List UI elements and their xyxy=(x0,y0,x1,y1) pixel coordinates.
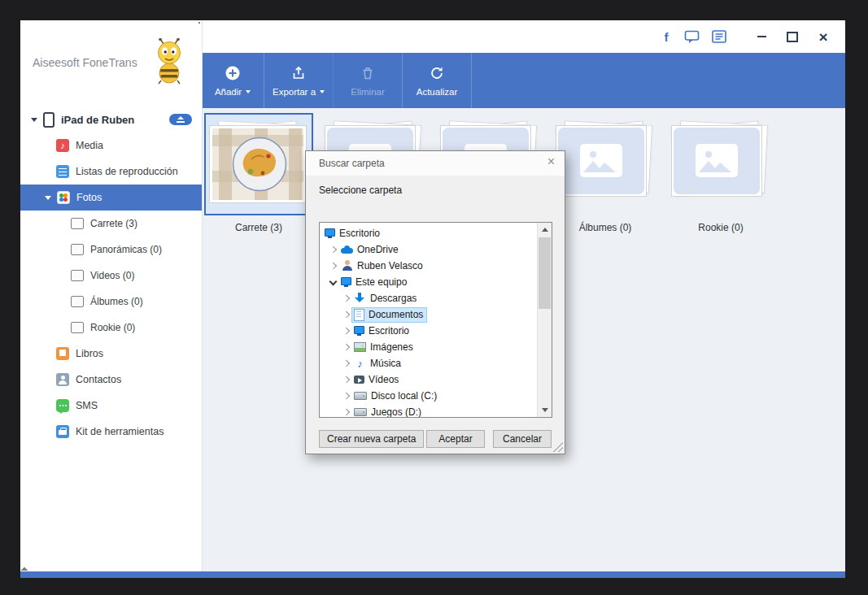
sidebar-item-carrete[interactable]: Carrete (3) xyxy=(20,211,202,237)
logo-row: Aiseesoft FoneTrans xyxy=(20,20,202,106)
sidebar-item-toolkit[interactable]: Kit de herramientas xyxy=(20,419,202,445)
sms-icon xyxy=(56,399,69,412)
menu-icon[interactable] xyxy=(712,30,726,43)
sidebar-item-panoramicas[interactable]: Panorámicas (0) xyxy=(20,237,202,263)
drive-icon xyxy=(354,408,367,416)
scroll-up-arrow-icon[interactable] xyxy=(538,223,552,237)
chevron-right-icon[interactable] xyxy=(328,244,339,255)
videos-icon xyxy=(354,376,364,384)
tree-item-escritorio[interactable]: Escritorio xyxy=(320,323,538,339)
album-card-rookie[interactable]: Rookie (0) xyxy=(666,113,775,234)
chevron-right-icon[interactable] xyxy=(341,309,352,320)
tree-item-este-equipo[interactable]: Este equipo xyxy=(320,274,538,290)
sidebar-device-row[interactable]: iPad de Ruben xyxy=(20,106,202,132)
folder-tree: Escritorio OneDrive Ruben Velasco Este e… xyxy=(319,222,552,418)
chevron-down-icon xyxy=(320,90,325,93)
photos-icon xyxy=(57,191,70,204)
downloads-icon xyxy=(354,293,366,304)
sidebar-item-libros[interactable]: Libros xyxy=(20,341,202,367)
chevron-right-icon[interactable] xyxy=(328,260,339,271)
chevron-down-icon xyxy=(45,196,51,200)
trash-icon xyxy=(360,65,376,81)
chevron-right-icon[interactable] xyxy=(341,293,352,304)
resize-grip[interactable] xyxy=(552,441,563,452)
device-name: iPad de Ruben xyxy=(61,114,134,126)
contacts-icon xyxy=(56,373,69,386)
tree-item-videos[interactable]: Vídeos xyxy=(320,371,538,388)
chevron-right-icon[interactable] xyxy=(341,390,352,402)
chevron-right-icon[interactable] xyxy=(341,358,352,369)
books-icon xyxy=(56,347,69,360)
eject-button[interactable] xyxy=(169,114,192,125)
panorama-icon xyxy=(71,244,84,255)
facebook-icon[interactable]: f xyxy=(661,30,672,44)
computer-icon xyxy=(341,276,351,288)
sidebar-item-rookie[interactable]: Rookie (0) xyxy=(20,315,202,341)
tree-item-disco-local[interactable]: Disco local (C:) xyxy=(320,388,538,404)
dialog-close-button[interactable]: × xyxy=(547,155,555,168)
tree-item-user[interactable]: Ruben Velasco xyxy=(320,258,538,274)
social-icons: f xyxy=(661,30,726,44)
drive-icon xyxy=(354,392,367,400)
sidebar-item-videos[interactable]: Videos (0) xyxy=(20,263,202,289)
chevron-right-icon[interactable] xyxy=(341,325,352,337)
music-icon: ♪ xyxy=(354,358,366,369)
tree-scrollbar[interactable] xyxy=(537,223,552,417)
sidebar-item-contactos[interactable]: Contactos xyxy=(20,367,202,393)
browse-folder-dialog: Buscar carpeta × Seleccione carpeta Escr… xyxy=(305,150,565,454)
scrollbar-thumb[interactable] xyxy=(539,237,551,309)
add-button[interactable]: Añadir xyxy=(202,53,264,108)
sidebar-item-fotos[interactable]: Fotos xyxy=(20,185,202,211)
dialog-titlebar[interactable]: Buscar carpeta × xyxy=(306,151,565,176)
sidebar-item-albumes[interactable]: Álbumes (0) xyxy=(20,289,202,315)
maximize-button[interactable] xyxy=(783,28,801,46)
tree-item-escritorio-root[interactable]: Escritorio xyxy=(320,225,538,241)
tree-item-documentos[interactable]: Documentos xyxy=(320,306,538,323)
album-card-albumes[interactable]: Álbumes (0) xyxy=(551,113,660,234)
sidebar-item-sms[interactable]: SMS xyxy=(20,393,202,419)
dialog-title: Buscar carpeta xyxy=(319,158,385,169)
chevron-right-icon[interactable] xyxy=(341,374,352,385)
refresh-button[interactable]: Actualizar xyxy=(402,53,472,108)
minimize-icon xyxy=(757,36,766,37)
close-button[interactable]: × xyxy=(814,28,832,46)
placeholder-thumbnail xyxy=(671,125,762,197)
album-card-carrete[interactable]: Carrete (3) xyxy=(204,113,313,234)
export-button[interactable]: Exportar a xyxy=(264,53,333,108)
placeholder-thumbnail xyxy=(556,125,647,197)
delete-button: Eliminar xyxy=(333,53,402,108)
tree-item-descargas[interactable]: Descargas xyxy=(320,290,538,306)
dialog-buttons: Crear nueva carpeta Aceptar Cancelar xyxy=(319,430,552,448)
accept-button[interactable]: Aceptar xyxy=(426,430,485,448)
refresh-icon xyxy=(429,65,445,81)
pictures-icon xyxy=(354,342,366,352)
album-name: Álbumes (0) xyxy=(551,222,660,234)
bottom-accent-bar xyxy=(20,571,845,578)
chevron-right-icon[interactable] xyxy=(341,341,352,353)
desktop-icon xyxy=(325,228,335,239)
scroll-down-arrow-icon[interactable] xyxy=(538,403,552,417)
tree-item-onedrive[interactable]: OneDrive xyxy=(320,241,538,258)
album-name: Carrete (3) xyxy=(204,222,313,234)
minimize-button[interactable] xyxy=(752,28,770,46)
tree-item-juegos[interactable]: Juegos (D:) xyxy=(320,404,538,418)
chevron-right-icon[interactable] xyxy=(341,406,352,418)
sidebar-item-media[interactable]: ♪ Media xyxy=(20,132,202,159)
video-icon xyxy=(71,270,84,281)
sidebar: Aiseesoft FoneTrans xyxy=(20,20,203,571)
titlebar: f × xyxy=(202,20,845,53)
tree-item-musica[interactable]: ♪Música xyxy=(320,355,538,371)
desktop-icon xyxy=(354,325,364,337)
new-folder-button[interactable]: Crear nueva carpeta xyxy=(319,430,424,448)
album-thumb xyxy=(204,113,313,215)
album-icon xyxy=(71,296,84,307)
user-icon xyxy=(341,260,353,271)
chevron-down-icon[interactable] xyxy=(328,276,339,288)
cancel-button[interactable]: Cancelar xyxy=(493,430,552,448)
feedback-icon[interactable] xyxy=(684,30,700,44)
onedrive-icon xyxy=(341,245,353,254)
sidebar-item-playlists[interactable]: Listas de reproducción xyxy=(20,159,202,185)
chevron-down-icon xyxy=(246,90,251,93)
tree-item-imagenes[interactable]: Imágenes xyxy=(320,339,538,355)
album-name: Rookie (0) xyxy=(666,222,775,234)
